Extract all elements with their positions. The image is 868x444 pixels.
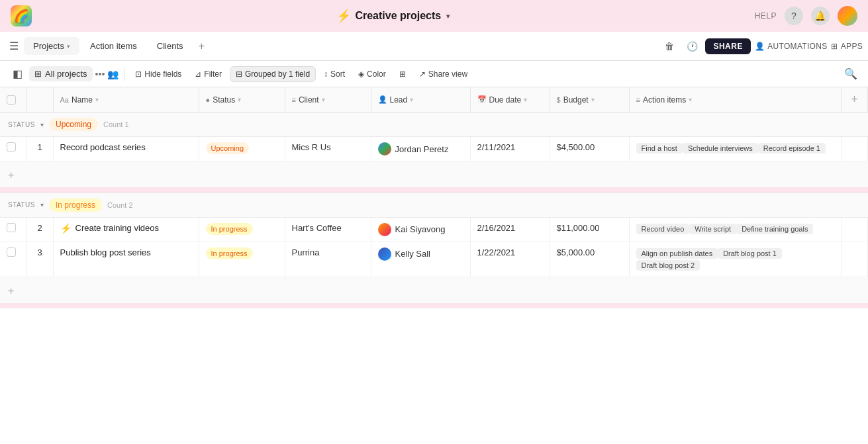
help-icon[interactable]: ? [785, 7, 803, 25]
action-item-tag: Record episode 1 [758, 143, 826, 154]
hide-fields-icon: ⊡ [135, 69, 142, 79]
toolbar: ◧ ⊞ All projects ••• 👥 ⊡ Hide fields ⊿ F… [0, 61, 868, 87]
row-name-cell: ⚡ Create training videos [53, 217, 199, 242]
row-action-items-cell: Align on publish datesDraft blog post 1D… [629, 242, 842, 277]
row-select-checkbox[interactable] [7, 142, 16, 152]
add-row-cell[interactable]: + [0, 277, 868, 303]
color-button[interactable]: ◈ Color [353, 67, 391, 81]
menu-toggle[interactable]: ☰ [5, 36, 23, 56]
automations-button[interactable]: 👤 AUTOMATIONS [755, 42, 828, 51]
select-all-checkbox[interactable] [7, 95, 16, 105]
table-row[interactable]: 2 ⚡ Create training videos In progress H… [0, 217, 868, 242]
lead-avatar [378, 247, 391, 261]
budget-col-label: Budget [563, 95, 589, 105]
hide-fields-button[interactable]: ⊡ Hide fields [130, 67, 187, 81]
due-date-col-sort[interactable]: ▾ [524, 96, 527, 103]
status-col-header[interactable]: ● Status ▾ [199, 87, 285, 112]
action-item-tag: Draft blog post 2 [636, 260, 700, 271]
view-people-icon[interactable]: 👥 [107, 69, 119, 79]
row-status-cell: In progress [199, 217, 285, 242]
top-bar: 🌈 ⚡ Creative projects ▾ HELP ? 🔔 [0, 0, 868, 32]
row-due-date: 1/22/2021 [477, 247, 516, 257]
row-checkbox[interactable] [0, 242, 26, 277]
lead-col-header[interactable]: 👤 Lead ▾ [371, 87, 470, 112]
row-status-tag: In progress [206, 247, 253, 259]
client-col-header[interactable]: ≡ Client ▾ [285, 87, 371, 112]
tab-action-items[interactable]: Action items [81, 37, 146, 55]
group-chevron[interactable]: ▾ [40, 121, 44, 128]
grouped-button[interactable]: ⊟ Grouped by 1 field [230, 66, 316, 82]
checkbox-header[interactable] [0, 87, 26, 112]
add-row-icon[interactable]: + [8, 169, 14, 181]
action-items-col-sort[interactable]: ▾ [689, 96, 692, 103]
row-name: ⚡ Create training videos [60, 223, 192, 234]
history-icon[interactable]: 🕐 [683, 37, 701, 56]
lead-col-sort[interactable]: ▾ [410, 96, 413, 103]
sort-button[interactable]: ↕ Sort [318, 67, 350, 81]
row-name: Record podcast series [60, 142, 192, 152]
search-button[interactable]: 🔍 [842, 65, 860, 83]
row-budget: $11,000.00 [557, 223, 600, 233]
lead-avatar [378, 142, 391, 155]
row-checkbox[interactable] [0, 217, 26, 242]
row-budget: $4,500.00 [557, 142, 595, 152]
row-extra-cell [842, 217, 868, 242]
row-name-text: Record podcast series [60, 142, 146, 152]
tab-clients[interactable]: Clients [148, 37, 193, 55]
apps-button[interactable]: ⊞ APPS [831, 42, 863, 51]
table-body: STATUS ▾ Upcoming Count 1 1 Record podca… [0, 112, 868, 308]
add-row-icon[interactable]: + [8, 285, 14, 296]
group-spacer-0 [0, 187, 868, 193]
row-client-text: Hart's Coffee [292, 223, 342, 233]
gallery-view-icon[interactable]: ⊞ [394, 67, 411, 81]
grid-view-button[interactable]: ⊞ All projects [29, 66, 93, 81]
view-more-icon[interactable]: ••• [95, 69, 105, 79]
lead-cell: Kelly Sall [378, 247, 463, 261]
row-budget-cell: $11,000.00 [550, 217, 629, 242]
share-view-button[interactable]: ↗ Share view [414, 67, 473, 81]
budget-col-sort[interactable]: ▾ [591, 96, 595, 103]
client-col-sort[interactable]: ▾ [322, 96, 325, 103]
filter-button[interactable]: ⊿ Filter [189, 67, 227, 81]
due-date-col-label: Due date [489, 95, 522, 105]
group-chevron[interactable]: ▾ [40, 201, 44, 208]
status-col-sort[interactable]: ▾ [238, 96, 241, 103]
row-extra-cell [842, 137, 868, 161]
table-row[interactable]: 3 Publish blog post series In progress P… [0, 242, 868, 277]
add-row-0[interactable]: + [0, 161, 868, 188]
table-header-row: Aa Name ▾ ● Status ▾ ≡ Client [0, 87, 868, 112]
add-row-cell[interactable]: + [0, 161, 868, 188]
user-avatar[interactable] [838, 6, 857, 26]
action-item-tag: Schedule interviews [683, 143, 758, 154]
action-item-tag: Record video [636, 224, 690, 234]
add-row-1[interactable]: + [0, 277, 868, 303]
notifications-icon[interactable]: 🔔 [811, 7, 830, 25]
table-row[interactable]: 1 Record podcast series Upcoming Mics R … [0, 137, 868, 161]
lead-name: Kelly Sall [395, 249, 430, 259]
row-select-checkbox[interactable] [7, 247, 16, 257]
add-col-button[interactable]: + [842, 87, 868, 112]
share-button[interactable]: SHARE [705, 38, 751, 54]
row-select-checkbox[interactable] [7, 223, 16, 232]
sidebar-toggle[interactable]: ◧ [8, 65, 26, 83]
row-lead-cell: Jordan Peretz [371, 137, 470, 161]
sort-icon: ↕ [324, 69, 328, 79]
row-due-date-cell: 2/11/2021 [470, 137, 550, 161]
group-header-content: STATUS ▾ Upcoming Count 1 [8, 118, 860, 131]
action-items-col-header[interactable]: ≡ Action items ▾ [629, 87, 842, 112]
top-bar-right: HELP ? 🔔 [755, 6, 857, 26]
row-checkbox[interactable] [0, 137, 26, 161]
delete-icon[interactable]: 🗑 [660, 37, 679, 56]
name-col-header[interactable]: Aa Name ▾ [53, 87, 199, 112]
name-col-label: Name [72, 95, 93, 105]
budget-col-header[interactable]: $ Budget ▾ [550, 87, 629, 112]
title-dropdown-icon[interactable]: ▾ [446, 13, 450, 20]
row-num-header [26, 87, 53, 112]
tab-add-button[interactable]: + [194, 38, 210, 54]
lead-cell: Kai Siyavong [378, 223, 463, 236]
tab-projects[interactable]: Projects ▾ [24, 37, 79, 55]
app-logo[interactable]: 🌈 [11, 5, 32, 26]
name-col-sort[interactable]: ▾ [95, 96, 99, 103]
tab-projects-label: Projects [33, 41, 64, 51]
due-date-col-header[interactable]: 📅 Due date ▾ [470, 87, 550, 112]
